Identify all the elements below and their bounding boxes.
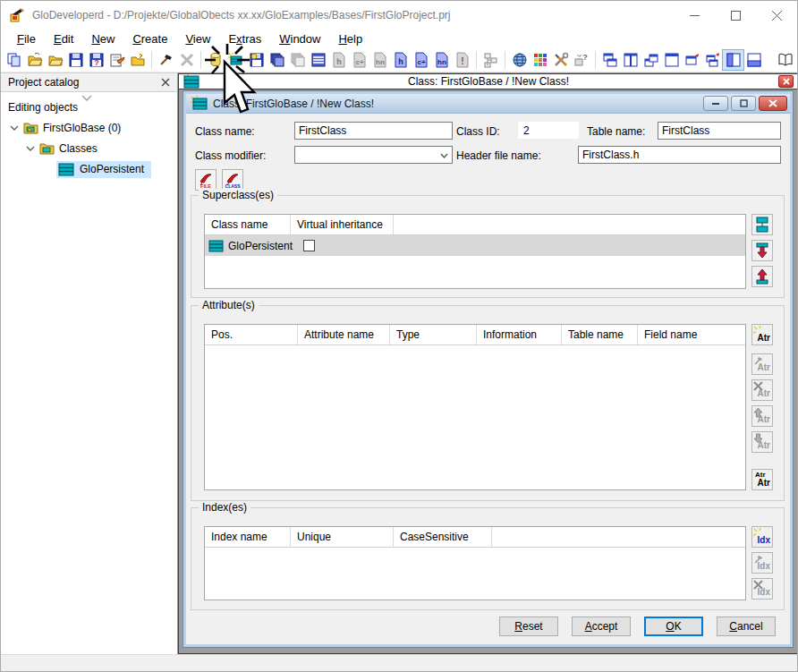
wizard-icon[interactable]: ? — [571, 50, 591, 70]
tree-item-glopersistent[interactable]: GloPersistent — [1, 160, 177, 178]
project-folder-icon[interactable] — [127, 50, 148, 70]
store-class-icon[interactable] — [246, 50, 267, 70]
dialog-close-button[interactable] — [759, 96, 787, 111]
overlap-windows-icon[interactable] — [641, 50, 661, 70]
add-superclass-button[interactable] — [751, 214, 773, 235]
header-file-disabled-icon[interactable]: h — [328, 50, 349, 70]
class-windows-icon[interactable] — [267, 50, 287, 70]
chevron-down-icon[interactable] — [10, 125, 19, 131]
globe-icon[interactable] — [509, 50, 530, 70]
edit-properties-icon[interactable] — [106, 50, 127, 70]
generate-file-button[interactable]: FILE — [195, 169, 216, 191]
new-document-icon[interactable] — [4, 50, 24, 70]
column-header[interactable]: Attribute name — [298, 325, 390, 345]
tile-vertical-icon[interactable] — [620, 50, 641, 70]
reset-button[interactable]: Reset — [499, 617, 558, 636]
include-file-icon[interactable]: hn — [431, 50, 452, 70]
copy-sheets-icon[interactable] — [287, 50, 308, 70]
superclass-row-glopersistent[interactable]: GloPersistent — [205, 235, 745, 256]
minimize-button[interactable] — [674, 1, 715, 30]
hierarchy-icon[interactable] — [480, 50, 501, 70]
panel-close-icon[interactable] — [161, 78, 170, 87]
move-attribute-down-button[interactable]: Atr — [751, 431, 773, 453]
delete-icon[interactable] — [176, 50, 197, 70]
new-index-button[interactable]: Idx — [751, 526, 773, 548]
dialog-minimize-button[interactable] — [703, 96, 728, 111]
class-list-icon[interactable] — [308, 50, 328, 70]
panel-bottom-icon[interactable] — [743, 50, 764, 70]
close-button[interactable] — [756, 1, 797, 30]
edit-index-button[interactable]: Idx — [751, 552, 773, 574]
info-file-icon[interactable]: ! — [452, 50, 472, 70]
indexes-table[interactable]: Index name Unique CaseSensitive — [204, 526, 746, 600]
menu-help[interactable]: Help — [329, 30, 371, 47]
copy-attribute-button[interactable]: Atr Atr — [751, 469, 773, 490]
window-menu-icon[interactable] — [682, 50, 702, 70]
open-project-icon[interactable] — [24, 50, 45, 70]
move-superclass-down-button[interactable] — [751, 266, 773, 287]
delete-attribute-button[interactable]: Atr — [751, 379, 773, 401]
build-hammer-icon[interactable] — [156, 50, 176, 70]
toolbar-separator — [200, 51, 201, 69]
tools-icon[interactable] — [550, 50, 571, 70]
generate-class-button[interactable]: CLASS — [222, 169, 243, 191]
cancel-button[interactable]: Cancel — [717, 617, 776, 636]
column-header[interactable]: Index name — [205, 527, 291, 547]
save-query-icon[interactable]: ? — [86, 50, 106, 70]
include-file-disabled-icon[interactable]: hn — [369, 50, 390, 70]
move-superclass-up-button[interactable] — [751, 240, 773, 261]
maximize-button[interactable] — [715, 1, 756, 30]
class-name-input[interactable] — [294, 122, 453, 140]
menu-window[interactable]: Window — [270, 30, 329, 47]
source-file-icon[interactable]: c+ — [411, 50, 431, 70]
move-attribute-up-button[interactable]: Atr — [751, 405, 773, 427]
tree-item-classes[interactable]: Classes — [1, 140, 177, 157]
ok-button[interactable]: OK — [644, 617, 703, 636]
new-attribute-button[interactable]: Atr — [751, 324, 773, 345]
column-header[interactable]: Field name — [638, 325, 745, 345]
column-header[interactable]: Class name — [205, 215, 291, 234]
selected-tree-item[interactable]: GloPersistent — [56, 161, 151, 178]
menu-view[interactable]: View — [176, 30, 219, 47]
column-header[interactable]: Unique — [291, 527, 394, 547]
tree-item-firstglobase[interactable]: FirstGloBase (0) — [1, 119, 177, 137]
virtual-inheritance-checkbox[interactable] — [303, 240, 315, 251]
collapse-chevron-icon[interactable] — [81, 95, 92, 101]
mdi-close-button[interactable] — [778, 75, 794, 88]
header-file-icon[interactable]: h — [390, 50, 411, 70]
class-modifier-select[interactable] — [294, 146, 453, 164]
new-class-icon[interactable] — [225, 50, 246, 70]
column-header[interactable]: Type — [390, 325, 477, 345]
menu-extras[interactable]: Extras — [219, 30, 270, 47]
menu-new[interactable]: New — [82, 30, 123, 47]
column-header[interactable]: CaseSensitive — [394, 527, 492, 547]
column-header[interactable]: Information — [477, 325, 562, 345]
column-header[interactable]: Pos. — [205, 325, 298, 345]
edit-attribute-button[interactable]: Atr — [751, 353, 773, 375]
svg-text:?: ? — [582, 53, 588, 62]
palette-icon[interactable] — [530, 50, 550, 70]
column-header[interactable]: Virtual inheritance — [291, 215, 394, 234]
open-folder-icon[interactable] — [45, 50, 65, 70]
menu-edit[interactable]: Edit — [45, 30, 82, 47]
menu-file[interactable]: File — [8, 30, 45, 47]
superclasses-table[interactable]: Class name Virtual inheritance GloPersis… — [204, 214, 746, 289]
attributes-table[interactable]: Pos. Attribute name Type Information Tab… — [204, 324, 746, 490]
windows-menu-icon[interactable] — [702, 50, 723, 70]
source-file-disabled-icon[interactable]: c+ — [349, 50, 369, 70]
cascade-windows-icon[interactable] — [599, 50, 620, 70]
save-icon[interactable] — [65, 50, 86, 70]
header-file-name-input[interactable] — [578, 146, 781, 164]
accept-button[interactable]: Accept — [572, 617, 631, 636]
menu-create[interactable]: Create — [123, 30, 176, 47]
column-header[interactable]: Table name — [562, 325, 638, 345]
database-icon[interactable] — [205, 50, 225, 70]
delete-index-button[interactable]: Idx — [751, 578, 773, 600]
single-window-icon[interactable] — [661, 50, 682, 70]
tree-item-label: Classes — [59, 142, 98, 155]
table-name-input[interactable] — [658, 122, 781, 140]
dialog-maximize-button[interactable] — [731, 96, 756, 111]
panel-left-icon[interactable] — [723, 50, 743, 70]
help-book-icon[interactable] — [775, 50, 795, 70]
chevron-down-icon[interactable] — [26, 146, 35, 151]
